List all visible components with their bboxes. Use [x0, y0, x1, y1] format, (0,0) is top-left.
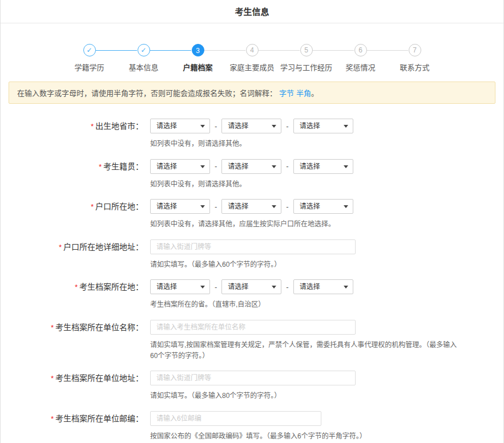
field-helper: 请如实填写。（最多输入60个字节的字符。） [150, 259, 356, 270]
required-asterisk: * [51, 414, 54, 423]
archive-unit-name-input[interactable] [150, 320, 356, 335]
step-circle: ✓ [138, 44, 150, 56]
archive-county-select[interactable]: 请选择 [293, 279, 353, 294]
native-place-county-select[interactable]: 请选择 [293, 159, 353, 174]
required-asterisk: * [99, 162, 102, 171]
native-place-province-select[interactable]: 请选择 [150, 159, 210, 174]
caret-down-icon [272, 165, 276, 168]
household-city-select[interactable]: 请选择 [221, 199, 281, 214]
check-icon: ✓ [140, 46, 146, 54]
dash-separator: - [215, 162, 217, 170]
step-item-6[interactable]: 6 奖惩情况 [333, 44, 388, 72]
field-helper: 如列表中没有，则请选择其他。 [150, 179, 353, 190]
caret-down-icon [272, 125, 276, 128]
field-label-text: 考生档案所在地： [79, 282, 143, 291]
required-asterisk: * [51, 374, 54, 383]
select-value: 请选择 [228, 202, 248, 210]
field-helper: 考生档案所在的省。（直辖市,自治区） [150, 299, 353, 310]
caret-down-icon [200, 165, 205, 168]
dash-separator: - [286, 202, 288, 211]
archive-province-select[interactable]: 请选择 [150, 279, 210, 294]
step-circle: 6 [354, 44, 367, 56]
archive-city-select[interactable]: 请选择 [221, 279, 281, 294]
step-item-7[interactable]: 7 联系方式 [388, 44, 442, 72]
caret-down-icon [200, 205, 205, 208]
step-label: 家庭主要成员 [225, 62, 279, 72]
step-number: 3 [196, 47, 200, 55]
caret-down-icon [272, 286, 276, 288]
step-item-2[interactable]: ✓ 基本信息 [116, 44, 171, 72]
caret-down-icon [200, 286, 205, 288]
check-icon: ✓ [86, 46, 92, 54]
form-row-birthplace: *出生地省市： 请选择 - 请选择 - 请选择 [1, 119, 503, 149]
select-value: 请选择 [300, 122, 320, 130]
form-row-archive-unit-name: *考生档案所在单位名称： 请如实填写,按国家档案管理有关规定，严禁个人保管，需委… [1, 320, 503, 361]
birthplace-county-select[interactable]: 请选择 [293, 119, 353, 133]
required-asterisk: * [75, 283, 78, 291]
dash-separator: - [215, 283, 217, 291]
form-row-archive-location: *考生档案所在地： 请选择 - 请选择 - 请选择 [1, 279, 503, 310]
archive-unit-address-input[interactable] [150, 371, 356, 385]
step-label: 基本信息 [116, 62, 171, 72]
field-label-text: 户口所在地： [95, 202, 143, 211]
caret-down-icon [344, 286, 348, 288]
dash-separator: - [215, 122, 217, 131]
select-value: 请选择 [156, 202, 177, 210]
step-item-3[interactable]: 3 户籍档案 [171, 44, 225, 72]
page-title: 考生信息 [1, 0, 503, 23]
candidate-info-page: 考生信息 ✓ 学籍学历 ✓ 基本信息 3 户籍档案 4 家庭主要成员 5 学习与… [0, 0, 504, 443]
form-row-detailed-address: *户口所在地详细地址： 请如实填写。（最多输入60个字节的字符。） [1, 239, 503, 270]
link-halfwidth[interactable]: 半角 [296, 89, 311, 97]
select-value: 请选择 [300, 283, 320, 291]
step-circle: 4 [246, 44, 259, 56]
form-row-household-location: *户口所在地： 请选择 - 请选择 - 请选择 [1, 199, 503, 230]
field-label-text: 考生档案所在单位邮编： [55, 414, 143, 423]
dash-separator: - [286, 162, 288, 170]
step-circle: ✓ [83, 44, 96, 56]
caret-down-icon [344, 165, 348, 168]
field-helper: 按国家公布的《全国邮政编码》填写。（最多输入6个字节的半角字符。） [150, 431, 366, 442]
field-label-text: 考生档案所在单位地址： [55, 373, 143, 383]
step-label: 户籍档案 [171, 62, 225, 72]
step-item-4[interactable]: 4 家庭主要成员 [225, 44, 279, 72]
form-row-native-place: *考生籍贯： 请选择 - 请选择 - 请选择 [1, 159, 503, 190]
step-label: 联系方式 [388, 62, 442, 72]
step-label: 奖惩情况 [333, 62, 388, 72]
household-county-select[interactable]: 请选择 [293, 199, 353, 214]
field-label-text: 考生档案所在单位名称： [55, 323, 143, 332]
field-label: *户口所在地详细地址： [1, 239, 143, 270]
step-circle: 5 [300, 44, 313, 56]
step-item-1[interactable]: ✓ 学籍学历 [62, 44, 116, 72]
notice-bar: 在输入数字或字母时，请使用半角字符，否则可能会造成报名失败；名词解释：字节半角。 [9, 82, 495, 104]
household-detailed-address-input[interactable] [150, 239, 356, 254]
select-value: 请选择 [228, 122, 248, 130]
select-value: 请选择 [156, 162, 177, 170]
step-number: 6 [358, 46, 362, 54]
household-province-select[interactable]: 请选择 [150, 199, 210, 214]
select-value: 请选择 [228, 162, 248, 170]
required-asterisk: * [91, 122, 94, 131]
field-label: *考生档案所在地： [1, 279, 143, 310]
caret-down-icon [272, 205, 276, 208]
step-label: 学习与工作经历 [279, 62, 333, 72]
birthplace-city-select[interactable]: 请选择 [221, 119, 281, 133]
step-item-5[interactable]: 5 学习与工作经历 [279, 44, 333, 72]
archive-unit-postcode-input[interactable] [150, 411, 321, 426]
dash-separator: - [286, 122, 288, 131]
dash-separator: - [215, 202, 217, 211]
select-value: 请选择 [156, 283, 177, 291]
step-circle: 3 [192, 44, 204, 56]
native-place-city-select[interactable]: 请选择 [221, 159, 281, 174]
birthplace-province-select[interactable]: 请选择 [150, 119, 210, 133]
field-helper: 如列表中没有，请选择其他，应届生按实际户口所在地选择。 [150, 219, 353, 230]
field-helper: 请如实填写,按国家档案管理有关规定，严禁个人保管，需委托具有人事代理权的机构管理… [150, 340, 461, 361]
field-helper: 请如实填写。（最多输入80个字节的字符。） [150, 391, 356, 401]
caret-down-icon [344, 125, 348, 128]
caret-down-icon [344, 205, 348, 208]
dash-separator: - [286, 283, 288, 291]
link-byte[interactable]: 字节 [279, 89, 294, 97]
required-asterisk: * [59, 243, 62, 251]
select-value: 请选择 [300, 202, 320, 210]
field-label: *考生籍贯： [1, 159, 143, 190]
field-label: *考生档案所在单位名称： [1, 320, 143, 361]
